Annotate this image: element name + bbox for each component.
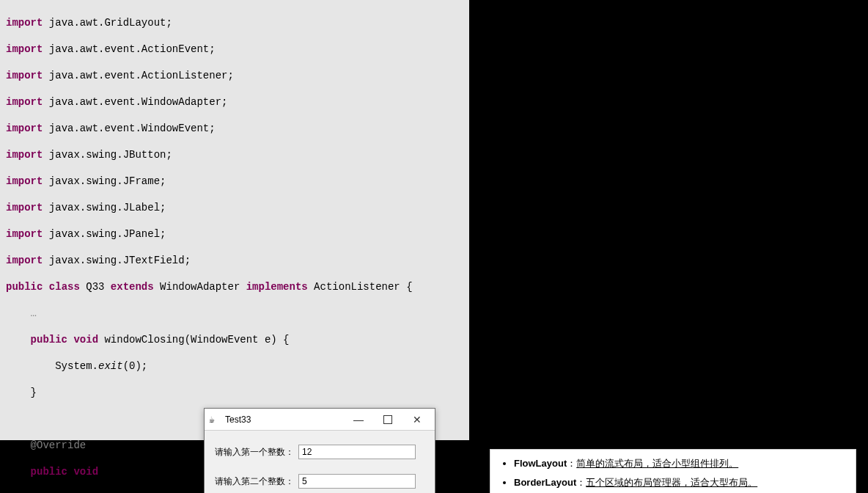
window-content: 请输入第一个整数： 请输入第二个整数： 相加 相加结果为： [205,431,435,493]
second-label: 请输入第二个整数： [212,475,294,488]
minimize-button[interactable]: — [344,409,373,430]
window-title: Test33 [225,415,344,425]
titlebar: ☕ Test33 — ✕ [205,409,435,431]
layout-name: BorderLayout [514,477,576,488]
close-button[interactable]: ✕ [402,409,432,430]
row-second: 请输入第二个整数： [212,464,427,493]
list-item: BorderLayout：五个区域的布局管理器，适合大型布局。 [514,476,850,489]
java-icon: ☕ [209,414,221,426]
layout-name: FlowLayout [514,458,567,469]
list-item: FlowLayout：简单的流式布局，适合小型组件排列。 [514,457,850,470]
layouts-panel: FlowLayout：简单的流式布局，适合小型组件排列。 BorderLayou… [490,449,856,493]
row-first: 请输入第一个整数： [212,435,427,464]
layout-desc: 五个区域的布局管理器，适合大型布局。 [586,477,757,488]
layout-desc: 简单的流式布局，适合小型组件排列。 [576,458,738,469]
layouts-list: FlowLayout：简单的流式布局，适合小型组件排列。 BorderLayou… [496,457,850,493]
maximize-button[interactable] [373,409,402,430]
second-input[interactable] [298,474,416,489]
first-input[interactable] [298,445,416,459]
code-panel: import java.awt.GridLayout; import java.… [0,0,469,440]
app-window: ☕ Test33 — ✕ 请输入第一个整数： 请输入第二个整数： 相加 相加结果… [204,408,435,493]
first-label: 请输入第一个整数： [212,446,294,459]
